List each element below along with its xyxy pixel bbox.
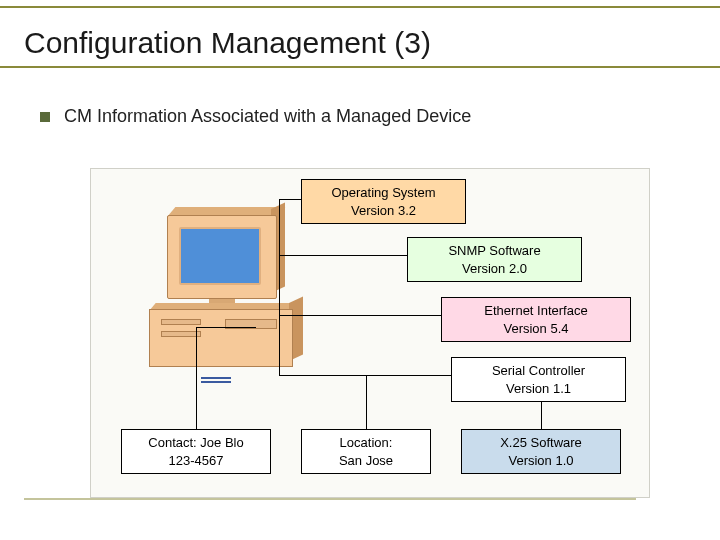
serial-label: Serial Controller [458,362,619,380]
serial-box: Serial Controller Version 1.1 [451,357,626,402]
diagram-area: Operating System Version 3.2 SNMP Softwa… [90,168,650,498]
ethernet-box: Ethernet Interface Version 5.4 [441,297,631,342]
footer-rule [24,498,636,500]
snmp-version: Version 2.0 [414,260,575,278]
eth-label: Ethernet Interface [448,302,624,320]
location-label: Location: [308,434,424,452]
computer-icon [139,209,299,409]
bullet-text: CM Information Associated with a Managed… [64,106,471,127]
contact-value: 123-4567 [128,452,264,470]
connector-line [279,199,301,200]
os-version: Version 3.2 [308,202,459,220]
connector-line [279,255,407,256]
contact-label: Contact: Joe Blo [128,434,264,452]
os-label: Operating System [308,184,459,202]
snmp-box: SNMP Software Version 2.0 [407,237,582,282]
connector-line [279,375,367,376]
bullet-icon [40,112,50,122]
slide-title: Configuration Management (3) [24,26,696,60]
serial-version: Version 1.1 [458,380,619,398]
connector-line [196,327,256,328]
location-value: San Jose [308,452,424,470]
bullet-item: CM Information Associated with a Managed… [40,106,680,127]
eth-version: Version 5.4 [448,320,624,338]
location-box: Location: San Jose [301,429,431,474]
connector-line [366,375,367,429]
x25-version: Version 1.0 [468,452,614,470]
snmp-label: SNMP Software [414,242,575,260]
connector-line [279,315,441,316]
connector-line [279,285,280,375]
contact-box: Contact: Joe Blo 123-4567 [121,429,271,474]
x25-label: X.25 Software [468,434,614,452]
connector-line [196,327,197,429]
os-box: Operating System Version 3.2 [301,179,466,224]
title-bar: Configuration Management (3) [0,6,720,68]
x25-box: X.25 Software Version 1.0 [461,429,621,474]
connector-line [279,255,280,285]
